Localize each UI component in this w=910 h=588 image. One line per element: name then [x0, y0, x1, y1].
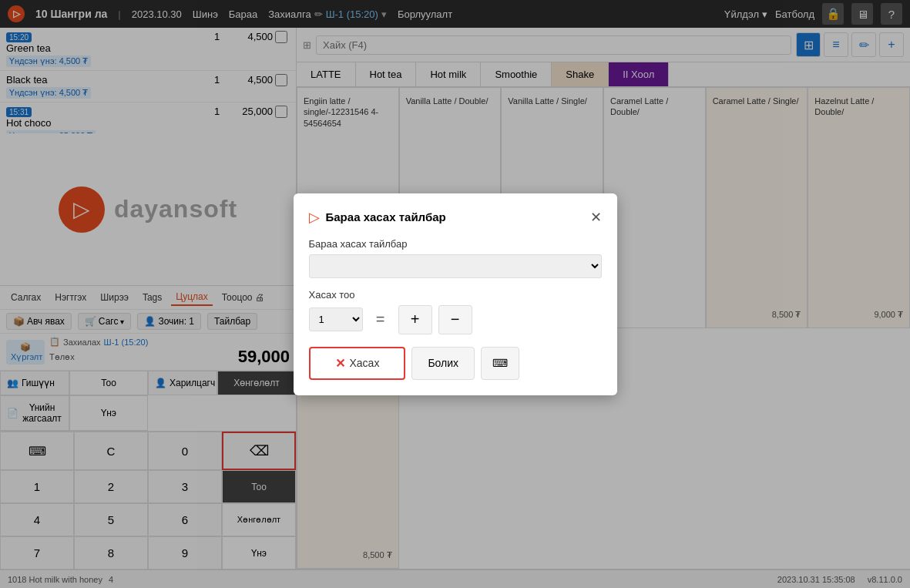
modal-comment-label: Бараа хасах тайлбар	[309, 238, 602, 250]
modal-cancel-btn[interactable]: Болих	[411, 347, 475, 380]
modal-qty-label: Хасах тоо	[309, 289, 602, 301]
delete-x-icon: ✕	[335, 356, 345, 371]
modal-eq-sign: =	[369, 311, 392, 328]
modal-delete-btn[interactable]: ✕ Хасах	[309, 347, 406, 380]
modal-overlay: ▷ Бараа хасах тайлбар ✕ Бараа хасах тайл…	[0, 0, 910, 588]
modal-qty-row: 1 = + −	[309, 305, 602, 334]
modal-actions: ✕ Хасах Болих ⌨	[309, 347, 602, 380]
modal-dialog: ▷ Бараа хасах тайлбар ✕ Бараа хасах тайл…	[294, 193, 617, 395]
modal-header: ▷ Бараа хасах тайлбар ✕	[309, 209, 602, 226]
modal-minus-btn[interactable]: −	[438, 305, 472, 334]
modal-plus-btn[interactable]: +	[398, 305, 432, 334]
modal-title: Бараа хасах тайлбар	[326, 210, 584, 223]
modal-qty-select[interactable]: 1	[309, 307, 363, 331]
modal-close-btn[interactable]: ✕	[590, 209, 602, 226]
modal-logo-icon: ▷	[309, 209, 320, 226]
modal-keyboard-btn[interactable]: ⌨	[481, 347, 519, 380]
modal-comment-select[interactable]	[309, 254, 602, 278]
